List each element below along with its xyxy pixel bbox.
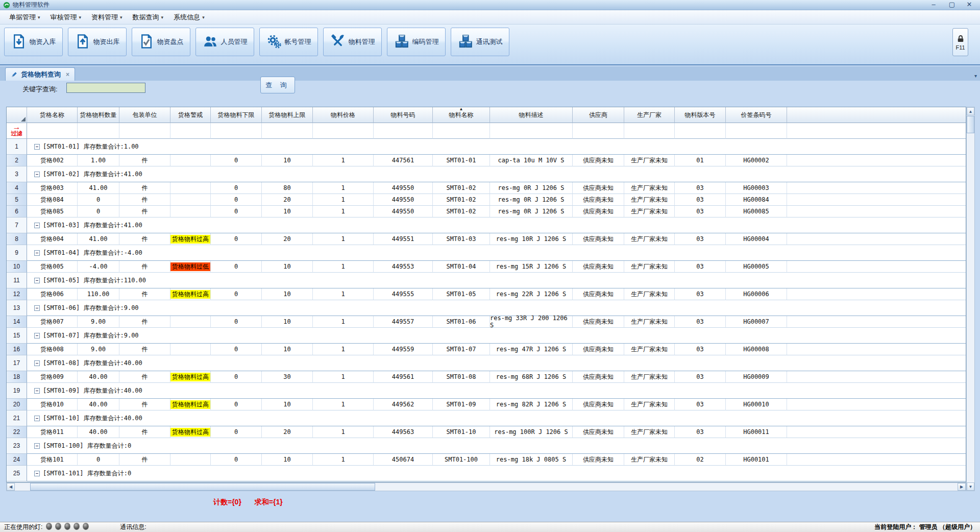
table-row[interactable]: 14货格0079.00件0101449557SMT01-06res-mg 33R… <box>7 316 966 328</box>
table-row[interactable]: 22货格01140.00件货格物料过高0201449563SMT01-10res… <box>7 426 966 438</box>
row-number-cell[interactable]: 22 <box>7 426 27 438</box>
group-row[interactable]: 17[SMT01-08] 库存数量合计:40.00 <box>7 355 966 371</box>
row-number-cell[interactable]: 11 <box>7 273 27 288</box>
collapse-icon[interactable] <box>34 305 40 311</box>
filter-cell[interactable] <box>433 123 490 139</box>
column-header-upper-limit[interactable]: 货格物料上限 <box>262 107 313 123</box>
vertical-scroll-thumb[interactable] <box>967 116 974 133</box>
row-number-cell[interactable]: 24 <box>7 454 27 466</box>
collapse-icon[interactable] <box>34 333 40 338</box>
collapse-icon[interactable] <box>34 278 40 283</box>
table-row[interactable]: 6货格0850件0101449550SMT01-02res-mg 0R J 12… <box>7 206 966 217</box>
toolbar-button-coding[interactable]: 编码管理 <box>387 28 446 56</box>
column-header-material-name[interactable]: 物料名称▲ <box>433 107 490 123</box>
horizontal-scroll-thumb[interactable] <box>30 483 375 491</box>
menu-item-data-query[interactable]: 数据查询▾ <box>128 11 169 24</box>
menu-item-master-data[interactable]: 资料管理▾ <box>86 11 128 24</box>
table-row[interactable]: 24货格1010件0101450674SMT01-100res-mg 18k J… <box>7 454 966 466</box>
collapse-icon[interactable] <box>34 172 40 177</box>
vertical-scrollbar[interactable]: ▲ ▼ <box>966 107 975 491</box>
toolbar-button-account[interactable]: 帐号管理 <box>259 28 318 56</box>
filter-cell[interactable] <box>211 123 262 139</box>
group-row[interactable]: 3[SMT01-02] 库存数量合计:41.00 <box>7 166 966 182</box>
table-row[interactable]: 10货格005-4.00件货格物料过低0101449553SMT01-04res… <box>7 261 966 273</box>
horizontal-scrollbar[interactable]: ◀ ▶ <box>6 482 966 491</box>
row-number-cell[interactable]: 13 <box>7 300 27 316</box>
row-number-cell[interactable]: 16 <box>7 344 27 355</box>
row-number-cell[interactable]: 3 <box>7 166 27 182</box>
row-number-cell[interactable]: 7 <box>7 217 27 233</box>
row-number-cell[interactable]: 23 <box>7 438 27 454</box>
column-header-manufacturer[interactable]: 生产厂家 <box>624 107 675 123</box>
table-row[interactable]: 18货格00940.00件货格物料过高0301449561SMT01-08res… <box>7 371 966 383</box>
filter-cell[interactable] <box>78 123 119 139</box>
filter-cell[interactable] <box>490 123 573 139</box>
tab-close-icon[interactable]: × <box>66 71 69 78</box>
group-row[interactable]: 1[SMT01-01] 库存数量合计:1.00 <box>7 139 966 155</box>
row-number-cell[interactable]: 15 <box>7 328 27 344</box>
column-header-slot-name[interactable]: 货格名称 <box>27 107 78 123</box>
toolbar-button-stock-in[interactable]: 物资入库 <box>4 28 63 56</box>
column-header-slot-qty[interactable]: 货格物料数量 <box>78 107 119 123</box>
filter-cell[interactable] <box>374 123 433 139</box>
search-input[interactable] <box>66 83 145 93</box>
row-number-cell[interactable]: 14 <box>7 316 27 328</box>
table-row[interactable]: 12货格006110.00件货格物料过高0101449555SMT01-05re… <box>7 288 966 300</box>
column-header-lower-limit[interactable]: 货格物料下限 <box>211 107 262 123</box>
row-number-cell[interactable]: 18 <box>7 371 27 383</box>
scroll-up-icon[interactable]: ▲ <box>967 107 974 115</box>
table-row[interactable]: 2货格0021.00件0101447561SMT01-01cap-ta 10u … <box>7 155 966 166</box>
table-row[interactable]: 20货格01040.00件货格物料过高0101449562SMT01-09res… <box>7 399 966 410</box>
menu-item-system-info[interactable]: 系统信息▾ <box>168 11 210 24</box>
group-row[interactable]: 7[SMT01-03] 库存数量合计:41.00 <box>7 217 966 233</box>
filter-cell[interactable] <box>675 123 726 139</box>
row-number-cell[interactable]: 19 <box>7 383 27 399</box>
collapse-icon[interactable] <box>34 144 40 150</box>
column-header-barcode[interactable]: 价签条码号 <box>726 107 787 123</box>
toolbar-button-stock-check[interactable]: 物资盘点 <box>132 28 190 56</box>
scroll-left-icon[interactable]: ◀ <box>7 483 15 491</box>
tab-slot-material-query[interactable]: 货格物料查询 × <box>5 67 75 81</box>
collapse-icon[interactable] <box>34 250 40 256</box>
toolbar-button-material[interactable]: 物料管理 <box>323 28 382 56</box>
table-row[interactable]: 5货格0840件0201449550SMT01-02res-mg 0R J 12… <box>7 194 966 206</box>
filter-cell[interactable] <box>119 123 170 139</box>
lock-button[interactable]: F11 <box>952 28 968 56</box>
scroll-right-icon[interactable]: ▶ <box>958 483 966 491</box>
table-row[interactable]: 4货格00341.00件0801449550SMT01-02res-mg 0R … <box>7 182 966 194</box>
group-row[interactable]: 25[SMT01-101] 库存数量合计:0 <box>7 466 966 481</box>
tab-list-chevron-icon[interactable]: ▾ <box>974 73 977 79</box>
table-row[interactable]: 8货格00441.00件货格物料过高0201449551SMT01-03res-… <box>7 233 966 245</box>
row-number-cell[interactable]: 17 <box>7 355 27 371</box>
column-header-price[interactable]: 物料价格 <box>313 107 374 123</box>
row-number-cell[interactable]: 2 <box>7 155 27 166</box>
row-number-cell[interactable]: 20 <box>7 399 27 410</box>
minimize-button[interactable]: – <box>926 1 941 9</box>
row-number-cell[interactable]: 5 <box>7 194 27 206</box>
column-header-material-code[interactable]: 物料号码 <box>374 107 433 123</box>
menu-item-audit[interactable]: 审核管理▾ <box>45 11 87 24</box>
group-row[interactable]: 9[SMT01-04] 库存数量合计:-4.00 <box>7 245 966 261</box>
group-row[interactable]: 19[SMT01-09] 库存数量合计:40.00 <box>7 383 966 399</box>
group-row[interactable]: 21[SMT01-10] 库存数量合计:40.00 <box>7 410 966 426</box>
row-number-cell[interactable]: 10 <box>7 261 27 273</box>
row-number-cell[interactable]: 8 <box>7 233 27 245</box>
menu-item-documents[interactable]: 单据管理▾ <box>4 11 45 24</box>
column-header-supplier[interactable]: 供应商 <box>573 107 624 123</box>
filter-cell[interactable] <box>573 123 624 139</box>
group-row[interactable]: 13[SMT01-06] 库存数量合计:9.00 <box>7 300 966 316</box>
group-row[interactable]: 11[SMT01-05] 库存数量合计:110.00 <box>7 273 966 288</box>
filter-cell[interactable] <box>726 123 787 139</box>
column-header-material-desc[interactable]: 物料描述 <box>490 107 573 123</box>
collapse-icon[interactable] <box>34 388 40 394</box>
row-number-cell[interactable]: 25 <box>7 466 27 481</box>
collapse-icon[interactable] <box>34 443 40 449</box>
collapse-icon[interactable] <box>34 223 40 228</box>
maximize-button[interactable]: ▢ <box>944 1 960 9</box>
row-number-cell[interactable]: 1 <box>7 139 27 155</box>
column-header-slot-alert[interactable]: 货格警戒 <box>170 107 211 123</box>
group-row[interactable]: 15[SMT01-07] 库存数量合计:9.00 <box>7 328 966 344</box>
close-button[interactable]: ✕ <box>962 1 977 9</box>
filter-cell[interactable] <box>27 123 78 139</box>
row-number-cell[interactable]: 12 <box>7 288 27 300</box>
